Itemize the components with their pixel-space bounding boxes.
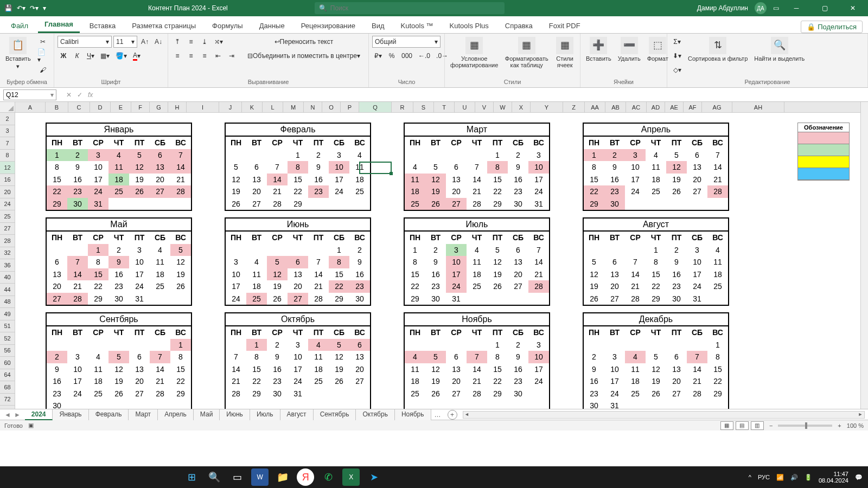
calendar-day[interactable]: 20 [288,280,308,293]
fill-icon[interactable]: ⬇▾ [671,50,684,62]
calendar-day[interactable]: 31 [129,293,150,305]
calendar-day[interactable]: 14 [687,363,707,376]
merge-center-button[interactable]: ⊟ Объединить и поместить в центре ▾ [245,50,362,62]
calendar-day[interactable]: 1 [405,244,425,256]
calendar-day[interactable]: 11 [88,363,108,376]
calendar-day[interactable]: 22 [707,375,728,388]
word-icon[interactable]: W [251,468,269,486]
calendar-day[interactable]: 6 [508,244,528,256]
number-format-dropdown[interactable]: Общий▾ [372,36,441,48]
calendar-day[interactable]: 9 [508,161,528,174]
calendar-day[interactable]: 16 [47,375,67,388]
ribbon-tab[interactable]: Справка [499,18,539,33]
calendar-day[interactable]: 6 [666,351,687,363]
calendar-day[interactable]: 21 [150,375,170,388]
calendar-day[interactable]: 23 [67,185,88,198]
calendar-day[interactable]: 3 [604,351,625,363]
calendar-day[interactable]: 19 [226,185,246,198]
column-header[interactable]: V [475,102,494,112]
ribbon-tab[interactable]: Вид [365,18,391,33]
calendar-day[interactable]: 14 [67,268,88,281]
calendar-day[interactable]: 28 [67,293,88,305]
column-header[interactable]: A [15,102,46,112]
sheet-tab[interactable]: Сентябрь [314,409,356,420]
calendar-day[interactable]: 6 [129,351,150,363]
calendar-day[interactable]: 12 [267,268,288,281]
calendar-day[interactable]: 8 [487,161,508,174]
calendar-day[interactable]: 24 [288,375,308,388]
calendar-day[interactable]: 7 [67,256,88,268]
calendar-day[interactable]: 10 [604,363,625,376]
calendar-day[interactable]: 21 [67,280,88,293]
calendar-day[interactable]: 12 [425,174,446,186]
find-select-button[interactable]: 🔍Найти и выделить [752,36,807,63]
calendar-day[interactable]: 15 [707,363,728,376]
calendar-day[interactable]: 27 [446,198,467,210]
calendar-day[interactable]: 10 [67,363,88,376]
column-header[interactable]: AA [585,102,605,112]
calendar-day[interactable]: 19 [584,280,604,293]
row-header[interactable]: 51 [0,320,15,333]
calendar-day[interactable]: 4 [150,244,170,256]
calendar-day[interactable]: 6 [687,149,707,162]
calendar-day[interactable]: 3 [528,149,549,162]
row-header[interactable]: 60 [0,357,15,369]
bold-button[interactable]: Ж [58,50,69,62]
calendar-day[interactable]: 7 [467,351,487,363]
calendar-day[interactable]: 12 [584,268,604,281]
calendar-day[interactable]: 14 [528,256,549,268]
calendar-day[interactable]: 11 [405,174,425,186]
calendar-day[interactable]: 10 [129,256,150,268]
calendar-day[interactable]: 29 [329,293,349,305]
ribbon-tab[interactable]: Foxit PDF [542,18,587,33]
column-header[interactable]: AD [647,102,665,112]
maximize-button[interactable]: ▢ [814,4,835,12]
calendar-day[interactable]: 8 [47,161,67,174]
calendar-day[interactable]: 21 [467,375,487,388]
calendar-day[interactable]: 19 [108,375,129,388]
calendar-day[interactable]: 17 [288,363,308,376]
calendar-day[interactable]: 5 [226,161,246,174]
calendar-day[interactable]: 23 [267,375,288,388]
calendar-day[interactable]: 29 [584,198,604,210]
calendar-day[interactable]: 9 [308,161,329,174]
calendar-day[interactable]: 8 [329,256,349,268]
calendar-day[interactable]: 17 [129,268,150,281]
calendar-day[interactable]: 13 [246,174,267,186]
ribbon-tab[interactable]: Формулы [206,18,250,33]
calendar-day[interactable]: 24 [88,185,108,198]
calendar-day[interactable]: 13 [666,363,687,376]
calendar-day[interactable]: 20 [666,375,687,388]
calendar-day[interactable]: 23 [308,185,329,198]
increase-decimal-icon[interactable]: ←.0 [416,50,432,62]
calendar-day[interactable]: 17 [67,375,88,388]
calendar-day[interactable]: 5 [170,244,191,256]
calendar-day[interactable]: 11 [405,363,425,376]
column-header[interactable]: AF [684,102,702,112]
calendar-day[interactable]: 26 [487,280,508,293]
calendar-day[interactable]: 15 [47,174,67,186]
calendar-day[interactable]: 27 [604,293,625,305]
calendar-day[interactable]: 15 [646,268,666,281]
calendar-day[interactable]: 22 [329,280,349,293]
calendar-day[interactable]: 30 [267,388,288,400]
row-header[interactable]: 20 [0,186,15,198]
calendar-day[interactable]: 31 [528,198,549,210]
taskbar-search-icon[interactable]: 🔍 [206,468,223,486]
calendar-day[interactable]: 8 [246,351,267,363]
column-header[interactable]: S [413,102,434,112]
calendar-day[interactable]: 7 [150,351,170,363]
calendar-day[interactable]: 23 [425,280,446,293]
tray-wifi-icon[interactable]: 📶 [776,474,784,481]
horizontal-scrollbar[interactable] [463,411,865,419]
calendar-day[interactable]: 28 [625,293,646,305]
calendar-day[interactable]: 9 [67,161,88,174]
calendar-day[interactable]: 13 [446,174,467,186]
calendar-day[interactable]: 30 [604,198,625,210]
column-header[interactable]: I [187,102,219,112]
calendar-day[interactable]: 18 [88,375,108,388]
sheet-tab[interactable]: Май [194,409,220,420]
calendar-day[interactable]: 11 [108,161,129,174]
calendar-day[interactable]: 9 [47,363,67,376]
column-header[interactable]: N [304,102,322,112]
